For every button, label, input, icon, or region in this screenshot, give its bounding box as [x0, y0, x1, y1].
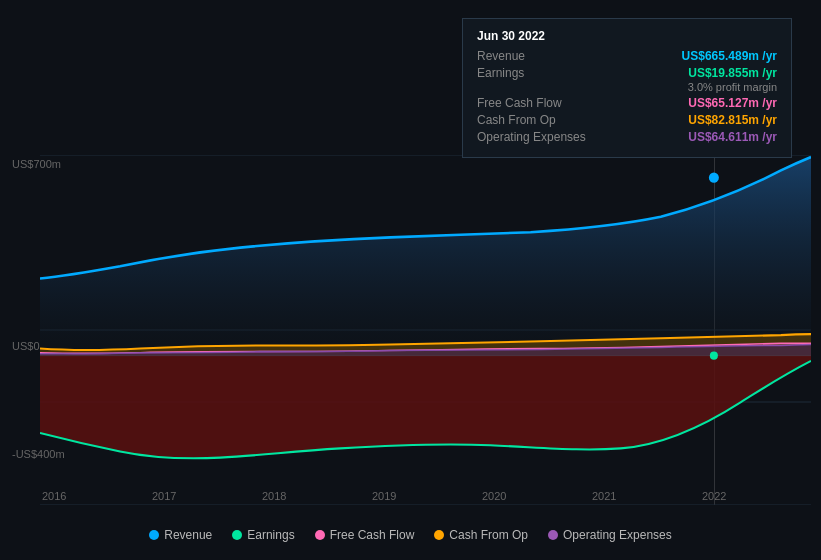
legend-dot [548, 530, 558, 540]
legend-dot [315, 530, 325, 540]
tooltip-row-value: US$64.611m /yr [688, 130, 777, 144]
legend-label: Free Cash Flow [330, 528, 415, 542]
tooltip-row: Operating ExpensesUS$64.611m /yr [477, 130, 777, 144]
chart-svg-area [40, 155, 811, 505]
tooltip-row-label: Operating Expenses [477, 130, 607, 144]
tooltip-row-label: Earnings [477, 66, 607, 80]
chart-container: Jun 30 2022 RevenueUS$665.489m /yrEarnin… [0, 0, 821, 560]
tooltip-row: EarningsUS$19.855m /yr [477, 66, 777, 80]
tooltip-row: RevenueUS$665.489m /yr [477, 49, 777, 63]
legend-item[interactable]: Free Cash Flow [315, 528, 415, 542]
revenue-area [40, 157, 811, 356]
x-label-2019: 2019 [372, 490, 396, 502]
legend-item[interactable]: Earnings [232, 528, 294, 542]
x-label-2016: 2016 [42, 490, 66, 502]
y-label-mid: US$0 [12, 340, 40, 352]
tooltip-row-value: US$19.855m /yr [688, 66, 777, 80]
earnings-area [40, 356, 811, 459]
tooltip-row-value: US$665.489m /yr [682, 49, 777, 63]
revenue-dot [709, 173, 719, 183]
x-label-2018: 2018 [262, 490, 286, 502]
tooltip-date: Jun 30 2022 [477, 29, 777, 43]
x-label-2017: 2017 [152, 490, 176, 502]
legend-item[interactable]: Cash From Op [434, 528, 528, 542]
legend-label: Cash From Op [449, 528, 528, 542]
legend-dot [434, 530, 444, 540]
chart-svg [40, 155, 811, 505]
tooltip-row-label: Revenue [477, 49, 607, 63]
tooltip-row: Cash From OpUS$82.815m /yr [477, 113, 777, 127]
tooltip-row-value: US$65.127m /yr [688, 96, 777, 110]
x-label-2021: 2021 [592, 490, 616, 502]
earnings-dot [710, 352, 718, 360]
tooltip-row-label: Free Cash Flow [477, 96, 607, 110]
tooltip-row-value: US$82.815m /yr [688, 113, 777, 127]
legend-label: Earnings [247, 528, 294, 542]
legend-label: Revenue [164, 528, 212, 542]
legend-label: Operating Expenses [563, 528, 672, 542]
tooltip-box: Jun 30 2022 RevenueUS$665.489m /yrEarnin… [462, 18, 792, 158]
legend-item[interactable]: Operating Expenses [548, 528, 672, 542]
legend-dot [232, 530, 242, 540]
x-label-2020: 2020 [482, 490, 506, 502]
tooltip-sub: 3.0% profit margin [477, 81, 777, 93]
legend-dot [149, 530, 159, 540]
legend-item[interactable]: Revenue [149, 528, 212, 542]
legend: RevenueEarningsFree Cash FlowCash From O… [0, 528, 821, 542]
tooltip-row: Free Cash FlowUS$65.127m /yr [477, 96, 777, 110]
tooltip-row-label: Cash From Op [477, 113, 607, 127]
x-label-2022: 2022 [702, 490, 726, 502]
